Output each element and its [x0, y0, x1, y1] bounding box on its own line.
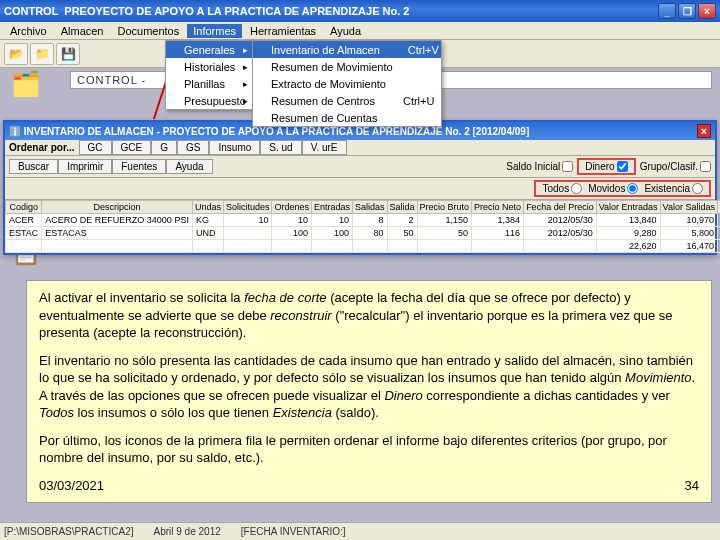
existencia-radio[interactable]: Existencia — [644, 183, 703, 194]
window-title: PREOYECTO DE APOYO A LA PRACTICA DE APRE… — [64, 5, 409, 17]
table-totals: 22,62016,4706,148 — [6, 240, 721, 253]
movidos-radio[interactable]: Movidos — [588, 183, 638, 194]
help-note: Al activar el inventario se solicita la … — [26, 280, 712, 503]
col-header[interactable]: Precio Neto — [472, 201, 524, 214]
col-header[interactable]: Fecha del Precio — [524, 201, 597, 214]
col-header[interactable]: Valor Salidas — [660, 201, 717, 214]
status-path: [P:\MISOBRAS\PRACTICA2] — [4, 526, 133, 537]
col-header[interactable]: Undas — [192, 201, 223, 214]
app-name: CONTROL — [4, 5, 58, 17]
note-date: 03/03/2021 — [39, 477, 104, 495]
order-gs[interactable]: GS — [177, 140, 209, 155]
order-g[interactable]: G — [151, 140, 177, 155]
col-header[interactable]: Descripcion — [42, 201, 193, 214]
order-gce[interactable]: GCE — [112, 140, 152, 155]
save-icon[interactable]: 💾 — [56, 43, 80, 65]
table-row[interactable]: ACERACERO DE REFUERZO 34000 PSIKG1010108… — [6, 214, 721, 227]
inner-close-button[interactable]: × — [697, 124, 711, 138]
table-row[interactable]: ESTACESTACASUND1001008050501162012/05/30… — [6, 227, 721, 240]
todos-radio[interactable]: Todos — [542, 183, 582, 194]
col-header[interactable]: Solicitudes — [223, 201, 272, 214]
dinero-check[interactable]: Dinero — [585, 161, 627, 172]
minimize-button[interactable]: _ — [658, 3, 676, 19]
grupo-check[interactable]: Grupo/Clasif. — [640, 161, 711, 172]
btn-ayuda[interactable]: Ayuda — [166, 159, 212, 174]
btn-fuentes[interactable]: Fuentes — [112, 159, 166, 174]
col-header[interactable]: Salidas — [353, 201, 388, 214]
menu-herramientas[interactable]: Herramientas — [244, 24, 322, 38]
menu-almacen[interactable]: Almacen — [55, 24, 110, 38]
col-header[interactable]: Precio Bruto — [417, 201, 472, 214]
menu-ayuda[interactable]: Ayuda — [324, 24, 367, 38]
submenu-resumen-de-movimiento[interactable]: Resumen de Movimiento — [253, 58, 441, 75]
col-header[interactable]: Salida — [387, 201, 417, 214]
order-vure[interactable]: V. urE — [302, 140, 347, 155]
inventory-table: CodigoDescripcionUndasSolicitudesOrdenes… — [5, 200, 720, 253]
submenu-inventario-de-almacen[interactable]: Inventario de AlmacenCtrl+V — [253, 41, 441, 58]
order-label: Ordenar por... — [9, 142, 75, 153]
status-inv-date: [FECHA INVENTARIO:] — [241, 526, 346, 537]
submenu-resumen-de-cuentas[interactable]: Resumen de Cuentas — [253, 109, 441, 126]
btn-buscar[interactable]: Buscar — [9, 159, 58, 174]
submenu-historiales[interactable]: Historiales▸ — [166, 58, 252, 75]
menu-informes[interactable]: Informes — [187, 24, 242, 38]
col-header[interactable]: Ordenes — [272, 201, 312, 214]
inner-window-title: INVENTARIO DE ALMACEN - PROYECTO DE APOY… — [24, 126, 697, 137]
info-icon: ℹ️ — [9, 126, 24, 137]
btn-imprimir[interactable]: Imprimir — [58, 159, 112, 174]
order-sud[interactable]: S. ud — [260, 140, 301, 155]
saldo-inicial-check[interactable]: Saldo Inicial — [506, 161, 573, 172]
status-date: Abril 9 de 2012 — [153, 526, 220, 537]
order-gc[interactable]: GC — [79, 140, 112, 155]
order-insumo[interactable]: Insumo — [209, 140, 260, 155]
submenu-resumen-de-centros[interactable]: Resumen de CentrosCtrl+U — [253, 92, 441, 109]
submenu-generales[interactable]: Generales▸ — [166, 41, 252, 58]
col-header[interactable]: Entradas — [311, 201, 352, 214]
open-icon[interactable]: 📂 — [4, 43, 28, 65]
col-header[interactable]: Codigo — [6, 201, 42, 214]
menu-archivo[interactable]: Archivo — [4, 24, 53, 38]
folder-icon[interactable]: 📁 — [30, 43, 54, 65]
close-button[interactable]: × — [698, 3, 716, 19]
maximize-button[interactable]: ❐ — [678, 3, 696, 19]
menu-documentos[interactable]: Documentos — [111, 24, 185, 38]
submenu-planillas[interactable]: Planillas▸ — [166, 75, 252, 92]
col-header[interactable]: Valor Entradas — [596, 201, 660, 214]
submenu-presupuesto[interactable]: Presupuesto▸ — [166, 92, 252, 109]
note-page: 34 — [685, 477, 699, 495]
submenu-extracto-de-movimiento[interactable]: Extracto de Movimiento — [253, 75, 441, 92]
